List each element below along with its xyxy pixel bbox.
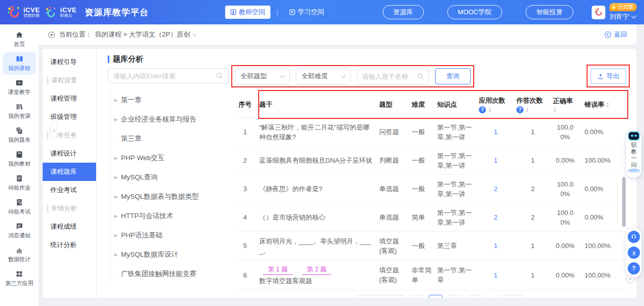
sidebar-item-my-courses[interactable]: 我的课程 xyxy=(3,52,36,75)
sidebar-item-classroom-teaching[interactable]: 课堂教学 xyxy=(3,76,36,99)
chapter-node[interactable]: ▶MySQL数据表与数据类型 xyxy=(114,187,229,206)
assistant-widget[interactable]: 职教一问 xyxy=(626,130,641,178)
cell-stem: “解落三秋叶，能开二月花”描写的是哪种自然现象? xyxy=(259,118,379,146)
chapter-search-input[interactable] xyxy=(113,72,216,80)
stem-blank-link[interactable]: 第 1 题 xyxy=(263,265,293,275)
sidebar-item-my-question-bank[interactable]: 我的题库 xyxy=(3,124,36,146)
apply-count-link[interactable]: 1 xyxy=(494,157,497,164)
chapter-node[interactable]: ▶MySQL查询 xyxy=(114,168,229,187)
expand-caret-icon[interactable]: ▶ xyxy=(114,175,118,180)
chapter-node[interactable]: 广铁集团接触网技能竞赛 xyxy=(114,264,229,284)
submenu-item-course-grades[interactable]: 课程成绩 xyxy=(43,218,96,236)
breadcrumb-dropdown-icon[interactable] xyxy=(192,32,196,36)
apply-count-link[interactable]: 1 xyxy=(494,128,497,136)
submenu-item-course-design[interactable]: 课程设计 xyxy=(43,144,96,163)
quick-link-mooc[interactable]: MOOC学院 xyxy=(447,5,502,19)
submenu-item-statistical-analysis[interactable]: 统计分析 xyxy=(43,236,96,254)
location-pin-icon xyxy=(48,31,55,39)
cell-knowledge: 第一节,第一章,第一讲 xyxy=(437,204,479,231)
apply-count-link[interactable]: 1 xyxy=(494,242,497,250)
table-row: 1 “解落三秋叶，能开二月花”描写的是哪种自然现象? 问答题 一般 第一节,第一… xyxy=(235,118,626,146)
textbook-icon xyxy=(15,150,23,159)
submenu-item-course-guide[interactable]: 课程引导 xyxy=(43,53,96,71)
col-difficulty: 难度 xyxy=(412,100,437,109)
sort-toggle[interactable]: ▲▼ xyxy=(606,102,609,108)
question-type-select[interactable]: 全部题型 xyxy=(235,68,290,84)
submenu-item-homework-exams[interactable]: 作业考试 xyxy=(43,181,96,199)
chapter-node[interactable]: ▶第一章 xyxy=(114,90,229,110)
chapter-node[interactable]: 第三章 xyxy=(114,129,229,148)
submenu-item-course-question-bank[interactable]: 课程题库 xyxy=(43,163,96,181)
page-button-2[interactable]: 2 xyxy=(448,295,462,298)
chapter-node[interactable]: ▶HTTP与会话技术 xyxy=(114,206,229,226)
close-float-button[interactable]: ✕ xyxy=(626,275,634,283)
help-icon[interactable]: ? xyxy=(479,106,486,113)
search-icon[interactable] xyxy=(216,72,223,79)
help-icon[interactable]: ? xyxy=(516,106,524,113)
cell-difficulty: 一般 xyxy=(412,180,437,198)
sort-toggle[interactable]: ▲▼ xyxy=(488,107,492,113)
logo-sub: 职教云 xyxy=(60,13,76,18)
expand-caret-icon[interactable]: ▶ xyxy=(114,194,118,199)
help-button[interactable]: ? xyxy=(628,262,640,274)
difficulty-select[interactable]: 全部难度 xyxy=(296,68,351,84)
cell-error-rate: 0.00% xyxy=(585,208,621,226)
goto-page-input[interactable] xyxy=(503,295,523,298)
expand-caret-icon[interactable]: ▶ xyxy=(114,156,118,161)
sort-toggle[interactable]: ▲▼ xyxy=(526,107,529,113)
nav-student-space[interactable]: 学习空间 xyxy=(284,6,329,19)
chapter-node[interactable]: ▶企业经济业务核算与报告 xyxy=(114,110,229,129)
page-button-1[interactable]: 1 xyxy=(428,295,443,298)
vertical-scrollbar[interactable] xyxy=(622,177,626,227)
search-icon[interactable] xyxy=(417,73,424,80)
expand-caret-icon[interactable]: ▶ xyxy=(114,252,118,257)
cell-type: 单选题 xyxy=(379,180,412,198)
breadcrumb-prefix: 当前位置： xyxy=(59,30,92,39)
sidebar-item-message-notifications[interactable]: 消息通知 xyxy=(3,220,36,242)
sidebar-item-my-textbooks[interactable]: 我的教材 xyxy=(3,148,36,170)
stem-blank-link[interactable]: 第 2 题 xyxy=(302,265,332,275)
expand-caret-icon[interactable]: ▶ xyxy=(114,213,118,219)
close-icon: ✕ xyxy=(628,277,632,282)
submenu-collapse-handle[interactable]: « xyxy=(50,122,57,138)
support-button[interactable] xyxy=(628,231,640,243)
apply-count-link[interactable]: 1 xyxy=(494,271,497,279)
expand-caret-icon[interactable]: ▶ xyxy=(114,98,118,103)
sidebar-item-data-statistics[interactable]: 数据统计 xyxy=(3,243,36,266)
prev-page-button[interactable]: ‹ xyxy=(409,295,423,298)
chapter-node[interactable]: ▶PHP语法基础 xyxy=(114,226,229,245)
sort-toggle[interactable]: ▲▼ xyxy=(553,107,557,113)
page-size-select[interactable]: 10条/页 xyxy=(357,295,404,298)
breadcrumb-path[interactable]: 我的课程 > 大学语文（2P）原创 xyxy=(95,30,190,39)
quick-link-resource-library[interactable]: 资源库 xyxy=(383,5,424,19)
cell-answer-count: 2 xyxy=(516,208,553,226)
query-button[interactable]: 查询 xyxy=(435,68,471,84)
cell-type: 填空题(客观) xyxy=(379,232,412,260)
quick-link-smart-cast[interactable]: 智能投屏 xyxy=(526,5,573,19)
sidebar-item-my-resources[interactable]: 我的资源 xyxy=(3,100,36,123)
chapter-node[interactable]: ▶PHP Web交互 xyxy=(114,148,229,168)
platform-title: 资源库教学平台 xyxy=(85,7,149,18)
apply-count-link[interactable]: 2 xyxy=(494,213,497,221)
download-button[interactable] xyxy=(628,247,640,259)
cell-answer-count: 1 xyxy=(516,151,553,169)
license-badge-label: 正式版 xyxy=(618,4,633,11)
back-button[interactable]: 返回 xyxy=(604,30,627,39)
nav-teacher-space[interactable]: 教师空间 xyxy=(225,6,270,19)
expand-caret-icon[interactable]: ▶ xyxy=(114,233,118,238)
table-row: 6 第 1 题 第 2 题 数字填空题客观题 填空题(客观) 非常简单 第一节,… xyxy=(235,260,626,290)
chapter-panel: ▶第一章 ▶企业经济业务核算与报告 第三章 ▶PHP Web交互 ▶MySQL查… xyxy=(108,68,229,298)
submenu-item-course-management[interactable]: 课程管理 xyxy=(43,89,96,108)
next-page-button[interactable]: › xyxy=(467,295,481,298)
sidebar-item-home[interactable]: 首页 xyxy=(3,28,36,51)
stem-search-input[interactable] xyxy=(362,73,417,80)
expand-caret-icon[interactable]: ▶ xyxy=(114,117,118,122)
medal-icon xyxy=(611,5,617,10)
apply-count-link[interactable]: 2 xyxy=(494,185,497,193)
chapter-node[interactable]: ▶MySQL数据库设计 xyxy=(114,245,229,264)
sidebar-item-homework-to-grade[interactable]: 待批作业 xyxy=(3,172,36,194)
export-button[interactable]: 导出 xyxy=(591,69,626,84)
sidebar-item-third-party-apps[interactable]: 第三方应用 xyxy=(3,267,36,290)
sidebar-item-exams-to-grade[interactable]: 待批考试 xyxy=(3,196,36,218)
user-menu[interactable]: 正式版 刘宵宁 xyxy=(592,3,637,21)
